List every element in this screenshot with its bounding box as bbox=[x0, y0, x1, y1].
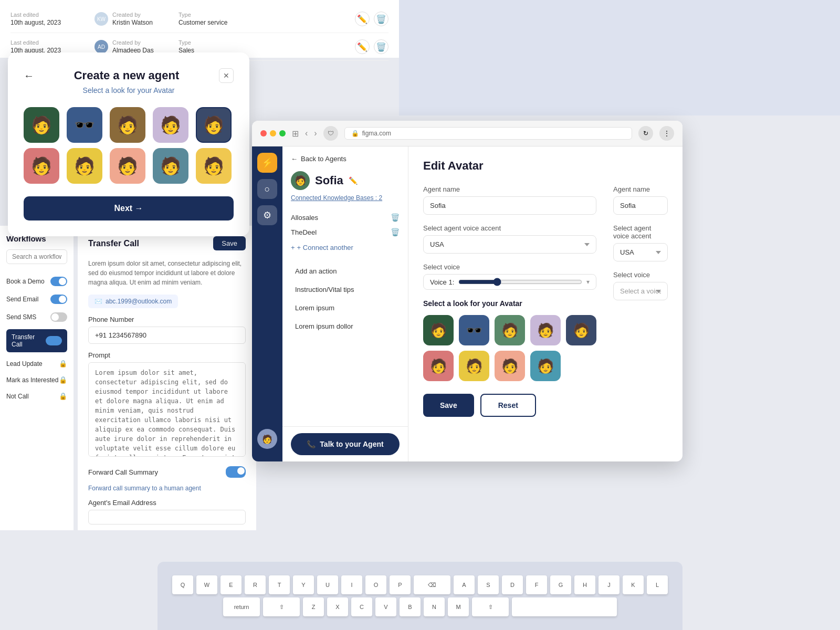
edit-icon-1[interactable]: ✏️ bbox=[355, 12, 370, 26]
edit-avatar-5[interactable]: 🧑 bbox=[566, 315, 596, 345]
menu-item-lorem[interactable]: Lorem ipsum bbox=[291, 299, 400, 317]
prompt-textarea[interactable]: Lorem ipsum dolor sit amet, consectetur … bbox=[88, 362, 246, 457]
avatar-option-5[interactable]: 🧑 bbox=[196, 107, 232, 143]
back-to-agents-button[interactable]: ← Back to Agents bbox=[291, 155, 400, 163]
kb-delete-thedeel[interactable]: 🗑️ bbox=[391, 228, 400, 236]
traffic-light-green[interactable] bbox=[279, 130, 286, 136]
key-y[interactable]: Y bbox=[293, 575, 314, 594]
key-i[interactable]: I bbox=[341, 575, 362, 594]
avatar-option-7[interactable]: 🧑 bbox=[67, 148, 102, 184]
key-r[interactable]: R bbox=[245, 575, 266, 594]
agent-name-input-1[interactable] bbox=[423, 196, 596, 215]
key-j[interactable]: J bbox=[598, 575, 620, 594]
key-shift-left[interactable]: ⇧ bbox=[263, 597, 300, 616]
avatar-option-10[interactable]: 🧑 bbox=[196, 148, 232, 184]
key-backspace[interactable]: ⌫ bbox=[414, 575, 450, 594]
back-button[interactable]: ‹ bbox=[305, 129, 308, 138]
workflow-toggle-transfer-call[interactable] bbox=[46, 336, 62, 345]
delete-icon-2[interactable]: 🗑️ bbox=[374, 39, 388, 54]
edit-avatar-9[interactable]: 🧑 bbox=[530, 351, 561, 381]
key-h[interactable]: H bbox=[574, 575, 595, 594]
agent-email-input[interactable] bbox=[88, 510, 246, 524]
avatar-option-3[interactable]: 🧑 bbox=[110, 107, 145, 143]
edit-avatar-6[interactable]: 🧑 bbox=[423, 351, 454, 381]
edit-avatar-3[interactable]: 🧑 bbox=[495, 315, 525, 345]
voice-accent-select-2[interactable]: USA UK bbox=[613, 243, 668, 261]
key-n[interactable]: N bbox=[424, 597, 445, 616]
avatar-option-6[interactable]: 🧑 bbox=[24, 148, 59, 184]
avatar-option-2[interactable]: 🕶️ bbox=[67, 107, 102, 143]
workflow-item-transfer-call[interactable]: Transfer Call bbox=[6, 329, 67, 352]
key-b[interactable]: B bbox=[400, 597, 421, 616]
traffic-light-red[interactable] bbox=[260, 130, 267, 136]
address-bar[interactable]: 🔒 figma.com bbox=[344, 127, 632, 140]
delete-icon-1[interactable]: 🗑️ bbox=[374, 12, 388, 26]
key-t[interactable]: T bbox=[269, 575, 290, 594]
key-w[interactable]: W bbox=[196, 575, 217, 594]
agent-name-input-2[interactable] bbox=[613, 196, 668, 215]
sidebar-settings-button[interactable]: ⚙ bbox=[257, 205, 277, 225]
key-p[interactable]: P bbox=[390, 575, 411, 594]
transfer-save-button[interactable]: Save bbox=[213, 236, 246, 250]
kb-link[interactable]: Connected Knowledge Bases : 2 bbox=[291, 194, 400, 202]
kb-delete-allosales[interactable]: 🗑️ bbox=[391, 213, 400, 222]
save-button[interactable]: Save bbox=[423, 394, 474, 417]
forward-button[interactable]: › bbox=[314, 129, 317, 138]
avatar-option-9[interactable]: 🧑 bbox=[153, 148, 188, 184]
key-g[interactable]: G bbox=[550, 575, 571, 594]
key-q[interactable]: Q bbox=[172, 575, 193, 594]
edit-avatar-1[interactable]: 🧑 bbox=[423, 315, 454, 345]
edit-avatar-7[interactable]: 🧑 bbox=[459, 351, 489, 381]
edit-avatar-8[interactable]: 🧑 bbox=[495, 351, 525, 381]
avatar-option-8[interactable]: 🧑 bbox=[110, 148, 145, 184]
sidebar-toggle-button[interactable]: ⊞ bbox=[292, 129, 299, 139]
next-button[interactable]: Next → bbox=[24, 196, 234, 220]
connect-another-button[interactable]: + + Connect another bbox=[291, 244, 400, 251]
key-m[interactable]: M bbox=[448, 597, 469, 616]
menu-item-instruction[interactable]: Instruction/Vital tips bbox=[291, 280, 400, 299]
key-x[interactable]: X bbox=[327, 597, 348, 616]
refresh-icon[interactable]: ↻ bbox=[638, 126, 653, 141]
key-shift-right[interactable]: ⇧ bbox=[472, 597, 509, 616]
key-d[interactable]: D bbox=[502, 575, 523, 594]
key-v[interactable]: V bbox=[375, 597, 396, 616]
sidebar-user-avatar[interactable]: 🧑 bbox=[257, 429, 277, 449]
key-a[interactable]: A bbox=[454, 575, 475, 594]
key-return[interactable]: return bbox=[223, 597, 260, 616]
modal-close-button[interactable]: ✕ bbox=[219, 68, 234, 83]
avatar-option-1[interactable]: 🧑 bbox=[24, 107, 59, 143]
voice-select-2[interactable]: Select a voice Voice 1 Voice 2 bbox=[613, 282, 668, 300]
voice-accent-select-1[interactable]: USA UK Australia bbox=[423, 235, 596, 254]
key-spacebar[interactable] bbox=[512, 597, 617, 616]
forward-link[interactable]: Forward call summary to a human agent bbox=[88, 485, 201, 492]
key-z[interactable]: Z bbox=[303, 597, 324, 616]
voice-slider[interactable] bbox=[458, 278, 582, 286]
traffic-light-yellow[interactable] bbox=[270, 130, 276, 136]
key-c[interactable]: C bbox=[351, 597, 372, 616]
key-s[interactable]: S bbox=[478, 575, 499, 594]
reset-button[interactable]: Reset bbox=[480, 394, 536, 417]
edit-avatar-2[interactable]: 🕶️ bbox=[459, 315, 489, 345]
sidebar-agents-button[interactable]: ○ bbox=[257, 179, 277, 199]
workflow-toggle-send-email[interactable] bbox=[50, 295, 67, 304]
avatar-option-4[interactable]: 🧑 bbox=[153, 107, 188, 143]
phone-input[interactable] bbox=[88, 327, 246, 344]
menu-item-lorem-dolor[interactable]: Lorem ipsum dollor bbox=[291, 317, 400, 335]
talk-to-agent-button[interactable]: 📞 Talk to your Agent bbox=[291, 433, 400, 455]
modal-back-button[interactable]: ← bbox=[24, 70, 34, 82]
key-u[interactable]: U bbox=[317, 575, 338, 594]
edit-avatar-4[interactable]: 🧑 bbox=[530, 315, 561, 345]
edit-icon-2[interactable]: ✏️ bbox=[355, 39, 370, 54]
key-l[interactable]: L bbox=[647, 575, 668, 594]
agent-edit-icon[interactable]: ✏️ bbox=[349, 176, 358, 185]
key-e[interactable]: E bbox=[220, 575, 242, 594]
menu-item-add-action[interactable]: Add an action bbox=[291, 262, 400, 280]
workflow-search-input[interactable] bbox=[6, 249, 67, 264]
workflow-toggle-send-sms[interactable] bbox=[50, 312, 67, 322]
key-o[interactable]: O bbox=[365, 575, 386, 594]
workflow-toggle-book-demo[interactable] bbox=[50, 277, 67, 286]
forward-toggle[interactable] bbox=[226, 466, 246, 478]
more-icon[interactable]: ⋮ bbox=[659, 126, 674, 141]
key-f[interactable]: F bbox=[526, 575, 547, 594]
key-k[interactable]: K bbox=[623, 575, 644, 594]
